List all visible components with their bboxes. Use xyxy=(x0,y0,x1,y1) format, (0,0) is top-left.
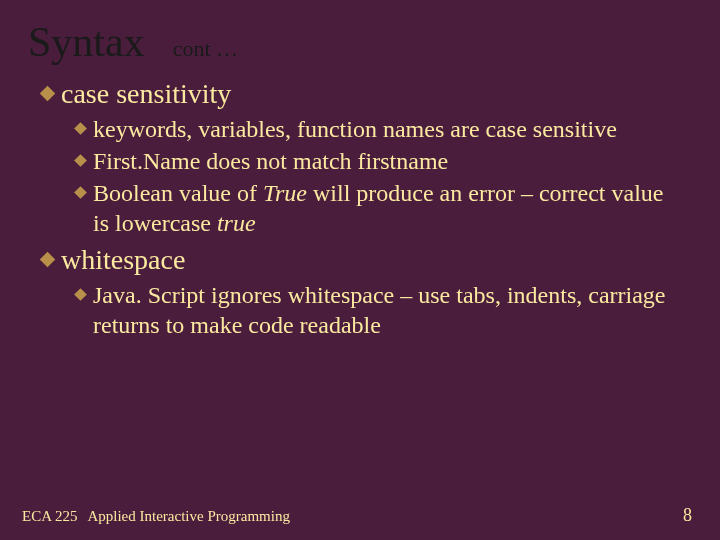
sub-bullet: Java. Script ignores whitespace – use ta… xyxy=(76,280,692,340)
diamond-bullet-icon xyxy=(74,154,87,167)
slide-content: case sensitivity keywords, variables, fu… xyxy=(28,78,692,340)
sub-bullet-text: keywords, variables, function names are … xyxy=(93,114,617,144)
slide: Syntax cont … case sensitivity keywords,… xyxy=(0,0,720,540)
sub-bullet: Boolean value of True will produce an er… xyxy=(76,178,692,238)
text-fragment: Boolean value of xyxy=(93,180,263,206)
slide-footer: ECA 225 Applied Interactive Programming … xyxy=(22,505,692,526)
bullet-case-sensitivity: case sensitivity keywords, variables, fu… xyxy=(42,78,692,238)
sub-bullets: Java. Script ignores whitespace – use ta… xyxy=(42,280,692,340)
italic-true: True xyxy=(263,180,307,206)
sub-bullet-text: Java. Script ignores whitespace – use ta… xyxy=(93,280,683,340)
footer-course-title: Applied Interactive Programming xyxy=(87,508,289,525)
bullet-label: whitespace xyxy=(61,244,185,276)
sub-bullet: First.Name does not match firstname xyxy=(76,146,692,176)
page-number: 8 xyxy=(683,505,692,526)
diamond-bullet-icon xyxy=(40,86,56,102)
footer-left: ECA 225 Applied Interactive Programming xyxy=(22,508,290,525)
sub-bullet-text: Boolean value of True will produce an er… xyxy=(93,178,683,238)
diamond-bullet-icon xyxy=(74,186,87,199)
title-row: Syntax cont … xyxy=(28,18,692,66)
sub-bullet: keywords, variables, function names are … xyxy=(76,114,692,144)
footer-course-code: ECA 225 xyxy=(22,508,77,525)
bullet-whitespace: whitespace Java. Script ignores whitespa… xyxy=(42,244,692,340)
diamond-bullet-icon xyxy=(74,289,87,302)
bullet-label: case sensitivity xyxy=(61,78,231,110)
sub-bullet-text: First.Name does not match firstname xyxy=(93,146,448,176)
diamond-bullet-icon xyxy=(40,252,56,268)
diamond-bullet-icon xyxy=(74,122,87,135)
slide-subtitle: cont … xyxy=(173,36,238,62)
slide-title: Syntax xyxy=(28,18,145,66)
italic-true-lower: true xyxy=(217,210,256,236)
sub-bullets: keywords, variables, function names are … xyxy=(42,114,692,238)
